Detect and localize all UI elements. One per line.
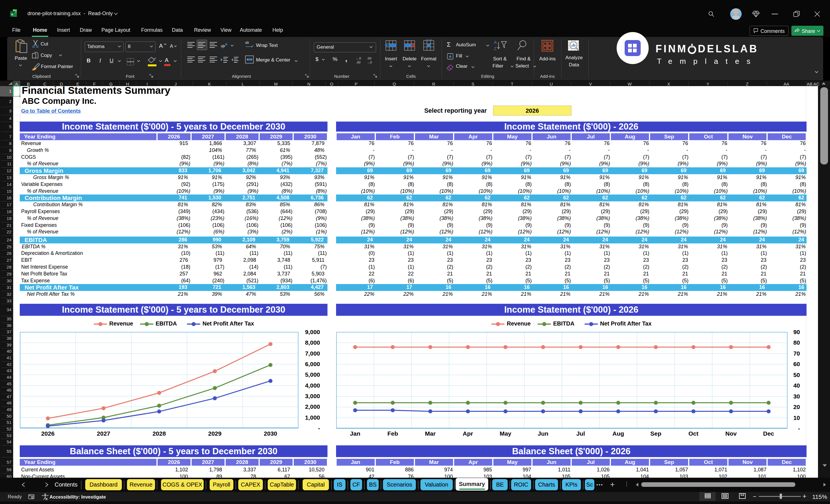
svg-text:.00: .00 xyxy=(356,61,360,64)
svg-text:Z: Z xyxy=(494,46,497,51)
svg-text:x: x xyxy=(11,12,13,16)
svg-text:→0: →0 xyxy=(367,61,372,64)
svg-text:ab: ab xyxy=(245,41,249,44)
svg-text:←0: ←0 xyxy=(356,57,361,60)
svg-text:.00: .00 xyxy=(367,57,371,60)
svg-text:A: A xyxy=(494,40,497,44)
